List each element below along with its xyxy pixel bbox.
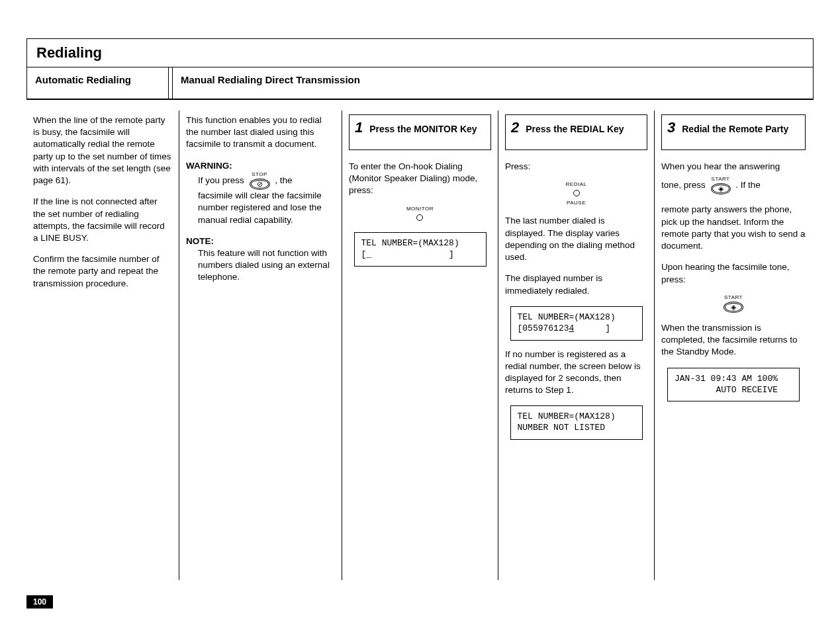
lcd3-l1: JAN-31 09:43 AM 100% bbox=[675, 374, 778, 384]
start-key-oval-2: ◈ bbox=[723, 302, 743, 313]
monitor-key-label: MONITOR bbox=[406, 206, 434, 212]
section-auto-redial: Automatic Redialing bbox=[27, 67, 169, 99]
redial-key-top: REDIAL bbox=[566, 182, 587, 187]
auto-p3: Confirm the facsimile number of the remo… bbox=[33, 253, 172, 290]
outer-frame: Redialing Automatic Redialing Manual Red… bbox=[26, 38, 814, 100]
redial-key-wrap: REDIAL PAUSE bbox=[505, 182, 647, 206]
start-glyph-2: ◈ bbox=[731, 303, 736, 311]
start-glyph-1: ◈ bbox=[718, 185, 723, 192]
stop-key-label: STOP bbox=[250, 172, 270, 177]
auto-p2: If the line is not connected after the s… bbox=[33, 196, 172, 244]
lcd-step3: JAN-31 09:43 AM 100% AUTO RECEIVE bbox=[667, 368, 800, 402]
step3-p4: When the transmission is completed, the … bbox=[661, 322, 806, 358]
redial-circle-icon bbox=[573, 190, 580, 196]
start-key-inline: START ◈ bbox=[711, 177, 731, 194]
note-label: NOTE: bbox=[186, 235, 335, 247]
column-step-2: 2 Press the REDIAL Key Press: REDIAL PAU… bbox=[498, 106, 654, 580]
page-number-badge: 100 bbox=[26, 595, 53, 609]
column-manual-intro: This function enables you to redial the … bbox=[179, 106, 342, 580]
lcd2b-l1: TEL NUMBER=(MAX128) bbox=[518, 411, 616, 421]
lcd2b-l2: NUMBER NOT LISTED bbox=[518, 423, 606, 433]
column-auto-redial: When the line of the remote party is bus… bbox=[26, 106, 179, 580]
step2-num: 2 bbox=[511, 120, 519, 135]
step3-num: 3 bbox=[667, 120, 675, 135]
page-title: Redialing bbox=[27, 39, 813, 67]
lcd-step1: TEL NUMBER=(MAX128) [_ ] bbox=[354, 232, 487, 267]
step3-p1-pre: When you hear the answering bbox=[661, 161, 806, 173]
monitor-key-wrap: MONITOR bbox=[349, 206, 491, 224]
step3-p3: Upon hearing the facsimile tone, press: bbox=[661, 261, 806, 285]
stop-key-oval: ⊘ bbox=[250, 179, 270, 190]
section-headers: Automatic Redialing Manual Redialing Dir… bbox=[27, 67, 813, 99]
step1-num: 1 bbox=[355, 120, 363, 135]
auto-p1: When the line of the remote party is bus… bbox=[33, 114, 172, 187]
step1-title: Press the MONITOR Key bbox=[369, 123, 477, 135]
monitor-key-icon: MONITOR bbox=[406, 206, 434, 224]
lcd2a-l2-post: ] bbox=[574, 323, 610, 333]
p1-mid-b: . If the bbox=[735, 180, 761, 190]
stop-key-icon: STOP ⊘ bbox=[250, 172, 270, 190]
step2-box: 2 Press the REDIAL Key bbox=[505, 114, 647, 150]
content-columns: When the line of the remote party is bus… bbox=[26, 106, 814, 580]
lcd2a-l2-pre: [055976123 bbox=[518, 323, 569, 333]
redial-key-icon: REDIAL PAUSE bbox=[566, 182, 587, 206]
warning-line1: If you press STOP ⊘ , the bbox=[198, 172, 335, 190]
step1-box: 1 Press the MONITOR Key bbox=[349, 114, 491, 150]
start-key-icon: START ◈ bbox=[723, 295, 743, 313]
redial-key-bottom: PAUSE bbox=[566, 200, 587, 206]
warning-body: facsimile will clear the facsimile numbe… bbox=[198, 190, 335, 226]
step2-p2: The last number dialed is displayed. The… bbox=[505, 215, 647, 263]
warning-label: WARNING: bbox=[186, 160, 335, 172]
step3-p2: remote party answers the phone, pick up … bbox=[661, 204, 806, 252]
lcd-step2b: TEL NUMBER=(MAX128) NUMBER NOT LISTED bbox=[510, 405, 643, 440]
note-body: This feature will not function with numb… bbox=[198, 247, 335, 284]
lcd3-l2: AUTO RECEIVE bbox=[675, 385, 778, 395]
p1-mid-a: tone, press bbox=[661, 180, 708, 190]
step2-p4: If no number is registered as a redial n… bbox=[505, 349, 647, 397]
step2-title: Press the REDIAL Key bbox=[526, 123, 624, 135]
lcd-step2a: TEL NUMBER=(MAX128) [0559761234 ] bbox=[510, 306, 643, 341]
start-key-label-2: START bbox=[723, 295, 743, 300]
lcd1-l1: TEL NUMBER=(MAX128) bbox=[361, 238, 459, 248]
manual-p1: This function enables you to redial the … bbox=[186, 114, 335, 151]
monitor-circle-icon bbox=[416, 214, 423, 221]
step3-box: 3 Redial the Remote Party bbox=[661, 114, 806, 150]
section-manual-redial: Manual Redialing Direct Transmission bbox=[173, 67, 813, 99]
warn-post: , the bbox=[275, 175, 292, 185]
step2-p1: Press: bbox=[505, 161, 647, 173]
lcd1-l2: [_ ] bbox=[361, 249, 454, 259]
start-key-oval-1: ◈ bbox=[711, 183, 731, 194]
start-key-wrap: START ◈ bbox=[661, 295, 806, 313]
step3-p1-mid: tone, press START ◈ . If the bbox=[661, 177, 806, 194]
step3-title: Redial the Remote Party bbox=[682, 123, 788, 135]
step1-p1: To enter the On-hook Dialing (Monitor Sp… bbox=[349, 161, 491, 197]
lcd2a-l1: TEL NUMBER=(MAX128) bbox=[518, 312, 616, 322]
warn-pre: If you press bbox=[198, 175, 247, 185]
start-key-label-1: START bbox=[711, 177, 731, 182]
column-step-3: 3 Redial the Remote Party When you hear … bbox=[655, 106, 812, 580]
stop-glyph: ⊘ bbox=[257, 180, 263, 188]
step2-p3: The displayed number is immediately redi… bbox=[505, 273, 647, 296]
column-step-1: 1 Press the MONITOR Key To enter the On-… bbox=[342, 106, 498, 580]
